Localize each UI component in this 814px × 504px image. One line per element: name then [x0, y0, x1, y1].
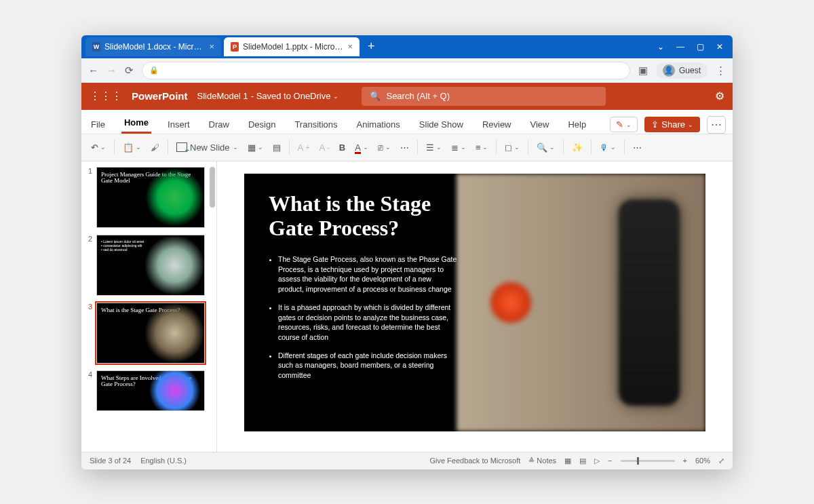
thumb-number: 4	[85, 370, 92, 379]
settings-icon[interactable]: ⚙	[715, 90, 724, 102]
scrollbar-thumb[interactable]	[210, 167, 215, 208]
language-indicator[interactable]: English (U.S.)	[140, 457, 187, 465]
ribbon-tabs: File Home Insert Draw Design Transitions…	[81, 110, 733, 134]
dictate-button[interactable]: 🎙⌄	[597, 141, 619, 154]
app-launcher-icon[interactable]: ⋮⋮⋮	[90, 90, 122, 102]
close-icon[interactable]: ×	[347, 41, 353, 52]
tab-review[interactable]: Review	[480, 119, 514, 134]
slide-thumb-3[interactable]: What is the Stage Gate Process?	[96, 303, 205, 364]
forward-button[interactable]: →	[106, 64, 117, 76]
tab-slideshow[interactable]: Slide Show	[416, 119, 466, 134]
notes-button[interactable]: ≙ Notes	[528, 457, 556, 465]
designer-button[interactable]: ✨	[569, 141, 585, 154]
word-icon: W	[92, 42, 100, 52]
share-button[interactable]: ⇪Share⌄	[644, 117, 700, 132]
more-button[interactable]: ⋯	[707, 116, 726, 134]
undo-button[interactable]: ↶⌄	[88, 141, 109, 154]
new-tab-button[interactable]: +	[362, 39, 381, 54]
align-button[interactable]: ≡⌄	[473, 141, 491, 154]
zoom-in-button[interactable]: +	[683, 457, 687, 465]
profile-button[interactable]: 👤 Guest	[656, 62, 708, 79]
address-bar[interactable]: 🔒	[142, 62, 630, 79]
format-painter-button[interactable]: 🖌	[148, 141, 162, 154]
browser-window: W SlideModel 1.docx - Microsoft W × P Sl…	[81, 35, 733, 469]
tab-help[interactable]: Help	[565, 119, 589, 134]
bullets-button[interactable]: ☰⌄	[423, 141, 444, 154]
tab-insert[interactable]: Insert	[165, 119, 193, 134]
lock-icon: 🔒	[149, 66, 159, 75]
search-icon: 🔍	[370, 91, 381, 101]
zoom-slider[interactable]	[621, 460, 675, 462]
powerpoint-icon: P	[231, 42, 239, 52]
font-size-down-button[interactable]: A-	[317, 141, 332, 154]
close-icon[interactable]: ×	[209, 41, 214, 52]
find-button[interactable]: 🔍⌄	[534, 141, 558, 154]
tab-animations[interactable]: Animations	[354, 119, 403, 134]
slide-counter[interactable]: Slide 3 of 24	[90, 457, 131, 465]
slide-title[interactable]: What is the Stage Gate Process?	[269, 191, 445, 241]
slideshow-view-icon[interactable]: ▷	[594, 457, 600, 465]
maximize-button[interactable]: ▢	[697, 42, 704, 52]
bold-button[interactable]: B	[336, 141, 348, 154]
font-size-up-button[interactable]: A+	[295, 141, 313, 154]
slide-thumb-4[interactable]: What Steps are Involved in the Stage Gat…	[96, 370, 205, 411]
shapes-button[interactable]: ◻⌄	[502, 141, 522, 154]
tab-home[interactable]: Home	[121, 117, 151, 134]
slide-thumb-1[interactable]: Project Managers Guide to the Stage Gate…	[96, 167, 205, 228]
reuse-slides-button[interactable]: ▤	[270, 141, 284, 154]
tab-transitions[interactable]: Transitions	[292, 119, 340, 134]
doc-name: SlideModel 1	[197, 91, 248, 101]
app-header: ⋮⋮⋮ PowerPoint SlideModel 1 - Saved to O…	[81, 83, 733, 110]
thumb-number: 2	[85, 235, 92, 243]
back-button[interactable]: ←	[88, 64, 98, 76]
home-toolbar: ↶⌄ 📋⌄ 🖌 +New Slide⌄ ▦⌄ ▤ A+ A- B A⌄ ⎚⌄ ⋯…	[81, 134, 733, 161]
person-icon: 👤	[663, 64, 675, 77]
more-font-button[interactable]: ⋯	[398, 141, 412, 154]
slide-thumbnail-panel[interactable]: 1 Project Managers Guide to the Stage Ga…	[81, 161, 217, 452]
highlight-button[interactable]: ⎚⌄	[375, 141, 393, 154]
app-name: PowerPoint	[132, 90, 188, 102]
chevron-down-icon[interactable]: ⌄	[657, 42, 664, 52]
bullet-item[interactable]: Different stages of each gate include de…	[278, 351, 459, 381]
thumb-number: 1	[85, 167, 92, 175]
guest-label: Guest	[679, 66, 701, 75]
current-slide[interactable]: What is the Stage Gate Process? The Stag…	[244, 174, 705, 431]
feedback-link[interactable]: Give Feedback to Microsoft	[429, 457, 520, 465]
search-input[interactable]: 🔍 Search (Alt + Q)	[362, 87, 606, 106]
tab-file[interactable]: File	[88, 119, 108, 134]
browser-titlebar: W SlideModel 1.docx - Microsoft W × P Sl…	[81, 35, 733, 58]
pen-icon: ✎	[616, 119, 623, 130]
status-bar: Slide 3 of 24 English (U.S.) Give Feedba…	[81, 452, 733, 469]
slide-canvas-area[interactable]: What is the Stage Gate Process? The Stag…	[217, 161, 733, 452]
slide-thumb-2[interactable]: • Lorem ipsum dolor sit amet• consectetu…	[96, 235, 205, 296]
tab-design[interactable]: Design	[246, 119, 278, 134]
numbering-button[interactable]: ≣⌄	[448, 141, 469, 154]
tab-view[interactable]: View	[528, 119, 552, 134]
paste-button[interactable]: 📋⌄	[120, 141, 144, 154]
bullet-item[interactable]: The Stage Gate Process, also known as th…	[278, 254, 459, 294]
document-title[interactable]: SlideModel 1 - Saved to OneDrive ⌄	[197, 91, 339, 101]
layout-button[interactable]: ▦⌄	[245, 141, 266, 154]
reload-button[interactable]: ⟳	[125, 64, 134, 77]
toolbar-overflow-button[interactable]: ⋯	[630, 141, 644, 154]
new-slide-button[interactable]: +New Slide⌄	[174, 141, 241, 154]
slide-bullet-list[interactable]: The Stage Gate Process, also known as th…	[269, 254, 459, 381]
share-label: Share	[661, 119, 685, 130]
editing-mode-button[interactable]: ✎⌄	[610, 117, 638, 132]
browser-menu-icon[interactable]: ⋮	[716, 64, 726, 77]
browser-tab-powerpoint[interactable]: P SlideModel 1.pptx - Microsoft Po ×	[224, 37, 360, 56]
tab-label: SlideModel 1.docx - Microsoft W	[104, 42, 205, 52]
font-color-button[interactable]: A⌄	[352, 141, 371, 154]
browser-navbar: ← → ⟳ 🔒 ▣ 👤 Guest ⋮	[81, 58, 733, 83]
minimize-button[interactable]: ―	[676, 42, 684, 52]
close-button[interactable]: ✕	[716, 42, 723, 52]
browser-tab-word[interactable]: W SlideModel 1.docx - Microsoft W ×	[85, 37, 221, 56]
zoom-out-button[interactable]: −	[608, 457, 612, 465]
zoom-level[interactable]: 60%	[695, 457, 710, 465]
normal-view-icon[interactable]: ▦	[564, 457, 571, 465]
fit-to-window-icon[interactable]: ⤢	[718, 457, 724, 465]
bullet-item[interactable]: It is a phased approach by which is divi…	[278, 303, 459, 343]
extensions-icon[interactable]: ▣	[638, 64, 648, 77]
tab-draw[interactable]: Draw	[206, 119, 232, 134]
sorter-view-icon[interactable]: ▤	[579, 457, 586, 465]
